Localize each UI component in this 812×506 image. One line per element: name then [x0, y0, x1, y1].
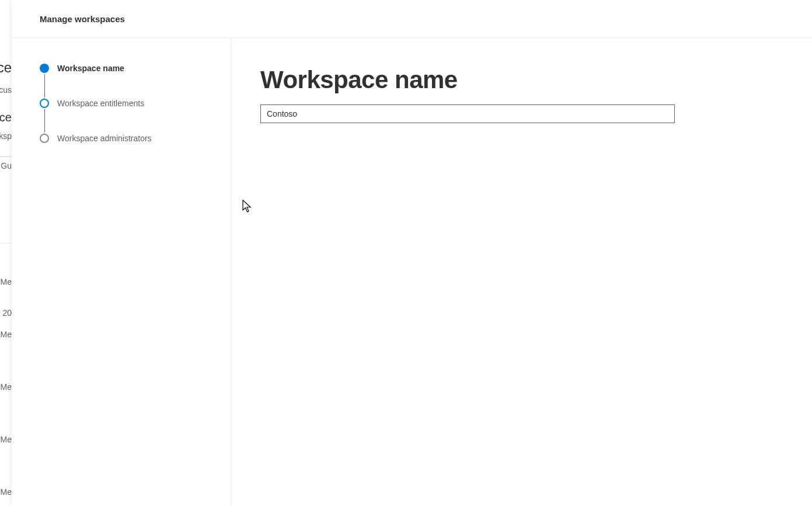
step-label: Workspace entitlements	[57, 99, 144, 108]
step-workspace-name[interactable]: Workspace name	[40, 62, 231, 74]
step-connector	[44, 74, 45, 97]
bg-divider	[0, 243, 12, 243]
step-workspace-administrators[interactable]: Workspace administrators	[40, 132, 231, 144]
step-label: Workspace name	[57, 64, 124, 73]
step-indicator-outline-icon	[40, 134, 49, 143]
step-workspace-entitlements[interactable]: Workspace entitlements	[40, 97, 231, 109]
bg-frag: ce	[0, 60, 12, 76]
panel-header: Manage workspaces	[12, 0, 812, 38]
bg-frag: ice	[0, 111, 12, 124]
step-label: Workspace administrators	[57, 134, 152, 143]
manage-workspaces-panel: Manage workspaces Workspace name Workspa…	[12, 0, 812, 506]
bg-frag: Me	[1, 330, 12, 339]
panel-title: Manage workspaces	[40, 14, 125, 24]
panel-body: Workspace name Workspace entitlements Wo…	[12, 38, 812, 506]
bg-frag: l Gu	[0, 161, 12, 170]
step-indicator-outline-icon	[40, 99, 49, 108]
step-connector	[44, 109, 45, 132]
step-indicator-filled-icon	[40, 64, 49, 73]
background-cutoff: ce cus ice rksp l Gu Me 20 Me Me Me Me	[0, 0, 12, 506]
wizard-stepper: Workspace name Workspace entitlements Wo…	[12, 38, 231, 506]
bg-frag: rksp	[0, 131, 12, 141]
bg-frag: 20	[2, 308, 12, 317]
bg-frag: Me	[1, 487, 12, 497]
bg-frag: cus	[0, 85, 12, 95]
bg-frag: Me	[1, 277, 12, 287]
step-content: Workspace name	[231, 38, 812, 506]
workspace-name-input[interactable]	[260, 104, 675, 123]
page-heading: Workspace name	[260, 66, 783, 94]
bg-frag: Me	[1, 382, 12, 392]
bg-frag: Me	[1, 435, 12, 444]
